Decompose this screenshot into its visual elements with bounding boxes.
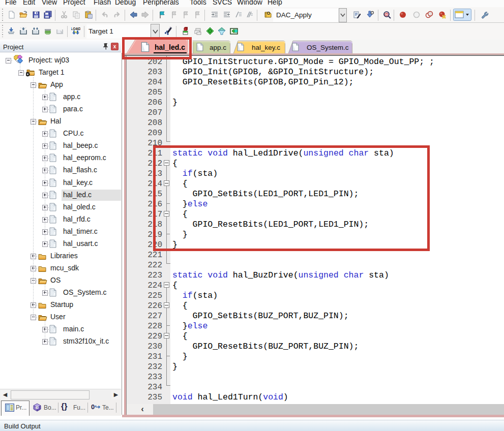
- svg-text:?: ?: [36, 406, 38, 410]
